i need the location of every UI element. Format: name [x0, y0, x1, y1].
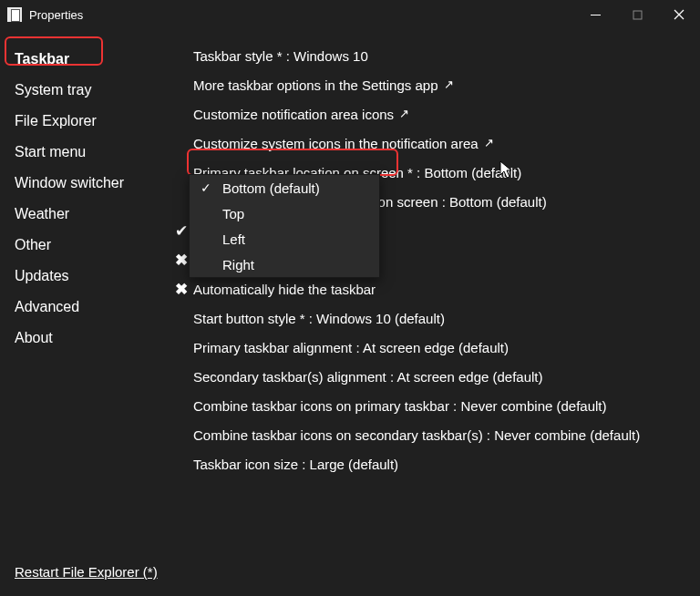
setting-label: Taskbar style * : Windows 10	[193, 48, 368, 64]
setting-label: Automatically hide the taskbar	[193, 282, 376, 297]
setting-label: Combine taskbar icons on primary taskbar…	[193, 398, 607, 414]
check-icon: ✓	[201, 180, 222, 195]
setting-label: Secondary taskbar(s) alignment : At scre…	[193, 369, 543, 385]
sidebar-item-label: About	[15, 330, 53, 345]
sidebar-item-label: Taskbar	[15, 51, 69, 67]
setting-row[interactable]: Combine taskbar icons on secondary taskb…	[170, 425, 691, 445]
sidebar-item-label: File Explorer	[15, 113, 97, 128]
sidebar-item-label: System tray	[15, 82, 91, 98]
sidebar-item-label: Weather	[15, 206, 69, 221]
window-title: Properties	[29, 8, 83, 22]
setting-row[interactable]: Customize system icons in the notificati…	[170, 133, 691, 153]
minimize-button[interactable]	[574, 0, 616, 29]
dropdown-option-bottom-default-[interactable]: ✓Bottom (default)	[190, 175, 379, 200]
sidebar-item-file-explorer[interactable]: File Explorer	[15, 106, 164, 137]
sidebar-item-label: Updates	[15, 268, 69, 283]
setting-label: Customize system icons in the notificati…	[193, 136, 479, 151]
dropdown-option-top[interactable]: Top	[190, 200, 379, 226]
dropdown-option-label: Left	[222, 231, 245, 247]
window-controls	[574, 0, 700, 29]
dropdown-option-label: Top	[222, 206, 244, 221]
setting-row[interactable]: Customize notification area icons↗	[170, 104, 691, 124]
sidebar-item-label: Other	[15, 237, 51, 252]
setting-row[interactable]: Primary taskbar alignment : At screen ed…	[170, 337, 691, 357]
maximize-button[interactable]	[616, 0, 658, 29]
location-dropdown[interactable]: ✓Bottom (default)TopLeftRight	[189, 174, 380, 278]
dropdown-option-right[interactable]: Right	[190, 252, 379, 277]
setting-row[interactable]: Taskbar icon size : Large (default)	[170, 454, 691, 474]
content-panel: Taskbar style * : Windows 10More taskbar…	[164, 29, 700, 596]
dropdown-option-label: Right	[222, 257, 254, 272]
restart-explorer-link[interactable]: Restart File Explorer (*)	[15, 564, 158, 580]
popout-icon: ↗	[444, 77, 454, 91]
sidebar-item-system-tray[interactable]: System tray	[15, 75, 164, 106]
setting-row[interactable]: ✖Automatically hide the taskbar	[170, 279, 691, 299]
setting-row[interactable]: More taskbar options in the Settings app…	[170, 75, 691, 95]
setting-label: More taskbar options in the Settings app	[193, 77, 438, 93]
sidebar-item-window-switcher[interactable]: Window switcher	[15, 168, 164, 199]
sidebar-item-label: Advanced	[15, 299, 79, 314]
main: TaskbarSystem trayFile ExplorerStart men…	[0, 29, 700, 596]
setting-label: Primary taskbar alignment : At screen ed…	[193, 340, 509, 355]
sidebar-item-other[interactable]: Other	[15, 230, 164, 261]
titlebar: Properties	[0, 0, 700, 29]
sidebar-item-weather[interactable]: Weather	[15, 199, 164, 230]
setting-label: Start button style * : Windows 10 (defau…	[193, 311, 445, 326]
setting-row[interactable]: Combine taskbar icons on primary taskbar…	[170, 396, 691, 416]
sidebar-item-label: Window switcher	[15, 175, 124, 190]
sidebar-item-label: Start menu	[15, 144, 86, 159]
setting-label: Customize notification area icons	[193, 107, 394, 122]
setting-label: Taskbar icon size : Large (default)	[193, 457, 398, 472]
sidebar: TaskbarSystem trayFile ExplorerStart men…	[0, 29, 164, 596]
setting-row[interactable]: Secondary taskbar(s) alignment : At scre…	[170, 366, 691, 386]
sidebar-item-start-menu[interactable]: Start menu	[15, 137, 164, 168]
sidebar-item-taskbar[interactable]: Taskbar	[15, 44, 164, 75]
svg-rect-1	[633, 11, 642, 19]
popout-icon: ↗	[399, 107, 409, 120]
sidebar-item-about[interactable]: About	[15, 323, 164, 354]
x-icon: ✖	[170, 280, 193, 299]
sidebar-item-advanced[interactable]: Advanced	[15, 292, 164, 323]
close-button[interactable]	[658, 0, 700, 29]
setting-row[interactable]: Taskbar style * : Windows 10	[170, 46, 691, 66]
popout-icon: ↗	[484, 136, 494, 149]
dropdown-option-left[interactable]: Left	[190, 226, 379, 252]
app-icon	[7, 7, 22, 22]
setting-label: Combine taskbar icons on secondary taskb…	[193, 427, 640, 443]
sidebar-item-updates[interactable]: Updates	[15, 261, 164, 292]
setting-row[interactable]: Start button style * : Windows 10 (defau…	[170, 308, 691, 328]
dropdown-option-label: Bottom (default)	[222, 180, 320, 196]
